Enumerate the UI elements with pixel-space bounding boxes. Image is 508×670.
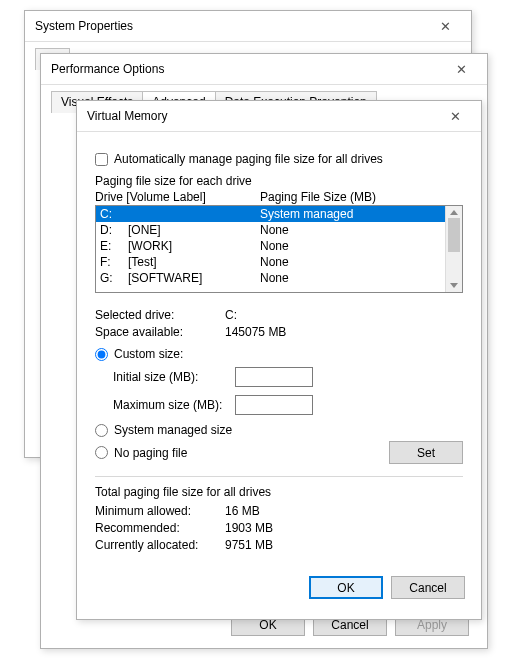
custom-size-radio[interactable] <box>95 348 108 361</box>
custom-size-label[interactable]: Custom size: <box>114 347 183 361</box>
drive-label: [ONE] <box>128 222 260 238</box>
scrollbar-thumb[interactable] <box>448 218 460 252</box>
drive-letter: C: <box>100 206 128 222</box>
drive-list-header: Drive [Volume Label] Paging File Size (M… <box>95 190 463 204</box>
scrollbar[interactable] <box>445 206 462 292</box>
maximum-size-label: Maximum size (MB): <box>113 398 235 412</box>
drive-listbox[interactable]: C:System managedD:[ONE]NoneE:[WORK]NoneF… <box>95 205 463 293</box>
space-available-label: Space available: <box>95 324 225 341</box>
initial-size-label: Initial size (MB): <box>113 370 235 384</box>
close-icon[interactable]: ✕ <box>425 19 465 34</box>
selected-drive-label: Selected drive: <box>95 307 225 324</box>
drive-paging-size: None <box>260 222 442 238</box>
virtual-memory-dialog: Virtual Memory ✕ Automatically manage pa… <box>76 100 482 620</box>
drive-row[interactable]: D:[ONE]None <box>96 222 446 238</box>
separator <box>95 476 463 477</box>
section-label: Paging file size for each drive <box>95 174 463 188</box>
cancel-button[interactable]: Cancel <box>391 576 465 599</box>
currently-allocated-label: Currently allocated: <box>95 537 225 554</box>
close-icon[interactable]: ✕ <box>441 62 481 77</box>
drive-label: [WORK] <box>128 238 260 254</box>
no-paging-label[interactable]: No paging file <box>114 446 187 460</box>
drive-row[interactable]: F:[Test]None <box>96 254 446 270</box>
set-button[interactable]: Set <box>389 441 463 464</box>
drive-letter: F: <box>100 254 128 270</box>
drive-row[interactable]: G:[SOFTWARE]None <box>96 270 446 286</box>
close-icon[interactable]: ✕ <box>435 109 475 124</box>
window-title: System Properties <box>35 19 425 33</box>
min-allowed-value: 16 MB <box>225 503 260 520</box>
system-managed-label[interactable]: System managed size <box>114 423 232 437</box>
initial-size-input[interactable] <box>235 367 313 387</box>
drive-label <box>128 206 260 222</box>
totals-heading: Total paging file size for all drives <box>95 485 463 499</box>
auto-manage-label[interactable]: Automatically manage paging file size fo… <box>114 152 383 166</box>
drive-letter: G: <box>100 270 128 286</box>
selected-drive-value: C: <box>225 307 237 324</box>
titlebar: Virtual Memory ✕ <box>77 101 481 132</box>
no-paging-radio[interactable] <box>95 446 108 459</box>
drive-letter: D: <box>100 222 128 238</box>
maximum-size-input[interactable] <box>235 395 313 415</box>
recommended-label: Recommended: <box>95 520 225 537</box>
drive-paging-size: None <box>260 238 442 254</box>
ok-button[interactable]: OK <box>309 576 383 599</box>
dialog-title: Virtual Memory <box>87 109 435 123</box>
drive-letter: E: <box>100 238 128 254</box>
drive-row[interactable]: E:[WORK]None <box>96 238 446 254</box>
titlebar: System Properties ✕ <box>25 11 471 42</box>
header-drive: Drive [Volume Label] <box>95 190 260 204</box>
drive-paging-size: None <box>260 254 442 270</box>
auto-manage-checkbox[interactable] <box>95 153 108 166</box>
drive-paging-size: System managed <box>260 206 442 222</box>
drive-row[interactable]: C:System managed <box>96 206 446 222</box>
header-size: Paging File Size (MB) <box>260 190 376 204</box>
titlebar: Performance Options ✕ <box>41 54 487 85</box>
system-managed-radio[interactable] <box>95 424 108 437</box>
space-available-value: 145075 MB <box>225 324 286 341</box>
min-allowed-label: Minimum allowed: <box>95 503 225 520</box>
currently-allocated-value: 9751 MB <box>225 537 273 554</box>
window-title: Performance Options <box>51 62 441 76</box>
drive-paging-size: None <box>260 270 442 286</box>
drive-label: [SOFTWARE] <box>128 270 260 286</box>
drive-label: [Test] <box>128 254 260 270</box>
recommended-value: 1903 MB <box>225 520 273 537</box>
